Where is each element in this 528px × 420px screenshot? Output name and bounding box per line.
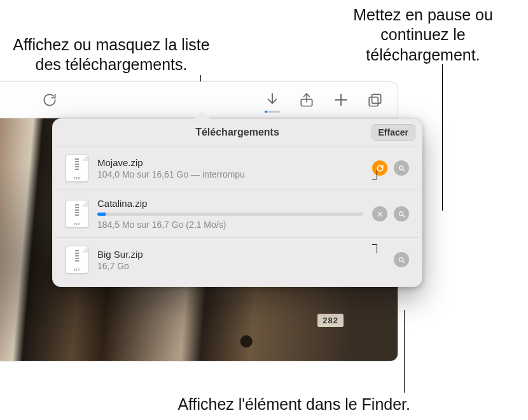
resume-button[interactable]: [372, 160, 387, 176]
callout-toggle-list: Affichez ou masquez la liste des télécha…: [10, 35, 213, 75]
callout-bracket: [372, 179, 377, 179]
callout-bracket: [377, 244, 377, 253]
reveal-in-finder-button[interactable]: [394, 252, 409, 267]
callout-text: Affichez ou masquez la liste des télécha…: [13, 36, 209, 73]
downloads-icon[interactable]: [263, 90, 282, 109]
share-icon[interactable]: [297, 90, 316, 109]
plus-icon[interactable]: [331, 90, 351, 109]
download-item: ZIP Big Sur.zip 16,7 Go: [55, 237, 419, 281]
clear-button[interactable]: Effacer: [372, 124, 415, 141]
download-item: ZIP Catalina.zip 184,5 Mo sur 16,7 Go (2…: [55, 190, 419, 237]
stop-button[interactable]: [372, 206, 387, 221]
tabs-overview-icon[interactable]: [366, 90, 385, 109]
callout-pause-resume: Mettez en pause ou continuez le téléchar…: [334, 5, 512, 65]
zip-file-icon: ZIP: [66, 246, 88, 274]
download-item: ZIP Mojave.zip 104,0 Mo sur 16,61 Go — i…: [55, 146, 419, 190]
download-name: Big Sur.zip: [97, 249, 385, 260]
callout-text: Affichez l'élément dans le Finder.: [177, 395, 410, 413]
popover-title: Téléchargements: [195, 127, 279, 138]
reveal-in-finder-button[interactable]: [394, 160, 409, 176]
downloads-popover: Téléchargements Effacer ZIP Mojave.zip 1…: [52, 118, 422, 287]
download-name: Catalina.zip: [97, 198, 363, 209]
download-meta: 184,5 Mo sur 16,7 Go (2,1 Mo/s): [97, 220, 363, 230]
popover-header: Téléchargements Effacer: [53, 119, 422, 146]
download-meta: 16,7 Go: [97, 261, 385, 271]
browser-window: 282 Téléchargements Effacer ZIP Mojave.z…: [0, 81, 398, 361]
callout-leader: [404, 310, 405, 393]
svg-rect-1: [372, 94, 381, 103]
clear-button-label: Effacer: [379, 127, 408, 137]
callout-text: Mettez en pause ou continuez le téléchar…: [353, 6, 493, 64]
downloads-progress-indicator: [265, 111, 280, 113]
download-meta: 104,0 Mo sur 16,61 Go — interrompu: [97, 169, 363, 179]
download-name: Mojave.zip: [97, 157, 363, 168]
downloads-list: ZIP Mojave.zip 104,0 Mo sur 16,61 Go — i…: [53, 146, 422, 286]
callout-leader: [442, 64, 443, 211]
callout-show-in-finder: Affichez l'élément dans le Finder.: [105, 395, 410, 414]
svg-rect-2: [369, 97, 378, 106]
zip-file-icon: ZIP: [66, 154, 88, 182]
reload-icon[interactable]: [40, 90, 59, 109]
download-progress-bar: [97, 213, 363, 216]
zip-file-icon: ZIP: [66, 200, 88, 228]
house-number-plate: 282: [317, 314, 344, 327]
reveal-in-finder-button[interactable]: [394, 206, 409, 221]
callout-bracket: [377, 170, 377, 179]
